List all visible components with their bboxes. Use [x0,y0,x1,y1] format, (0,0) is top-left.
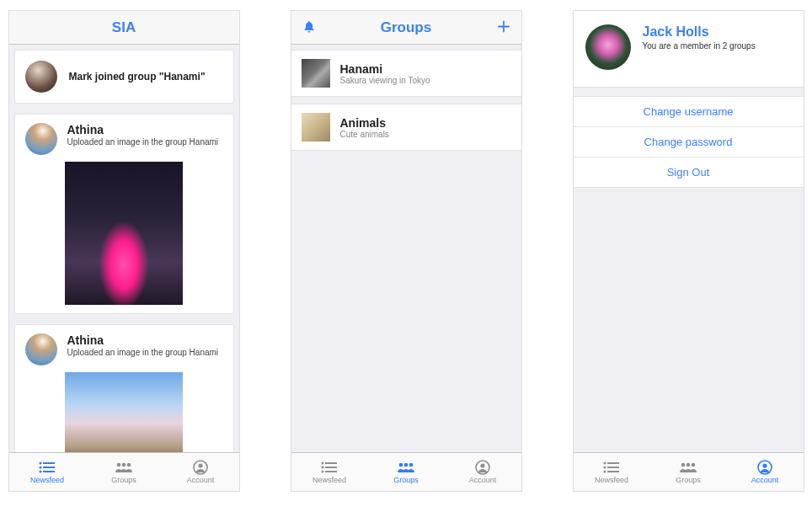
svg-point-15 [322,471,324,473]
account-subtitle: You are a member in 2 groups [643,41,756,51]
svg-point-0 [40,462,42,465]
post-image[interactable] [65,162,183,305]
avatar [25,333,57,365]
svg-point-2 [40,467,42,469]
list-icon [38,460,56,475]
action-label: Change password [644,136,733,148]
people-icon [397,460,415,475]
post-author: Athina [67,333,219,347]
account-icon [473,460,492,475]
group-name: Animals [340,116,389,130]
join-notification-card[interactable]: Mark joined group "Hanami" [14,50,234,104]
header: Groups [291,11,521,45]
groups-title: Groups [381,19,431,36]
post-desc: Uploaded an image in the group Hanami [67,348,219,357]
svg-rect-12 [325,462,337,464]
join-text: Mark joined group "Hanami" [69,71,206,83]
svg-rect-16 [325,471,337,472]
people-icon [115,460,133,475]
newsfeed-content: Mark joined group "Hanami" Athina Upload… [9,45,239,452]
svg-point-17 [399,463,403,467]
svg-point-22 [604,462,606,465]
tab-newsfeed[interactable]: Newsfeed [574,453,650,491]
list-icon [602,460,621,475]
post-author: Athina [67,123,219,136]
bell-icon[interactable] [296,19,322,35]
svg-rect-23 [607,462,619,464]
svg-point-26 [604,471,606,473]
account-name: Jack Holls [643,24,756,40]
svg-point-7 [122,463,126,467]
tab-groups[interactable]: Groups [86,453,163,491]
account-content: Jack Holls You are a member in 2 groups … [574,11,804,452]
tab-label: Newsfeed [595,476,628,484]
group-thumbnail [302,113,330,141]
svg-rect-1 [43,462,55,464]
avatar [25,123,57,155]
svg-rect-27 [607,471,619,472]
avatar [25,61,57,93]
account-header: Jack Holls You are a member in 2 groups [574,11,804,88]
sign-out-button[interactable]: Sign Out [574,157,804,188]
list-icon [320,460,339,475]
svg-point-19 [409,463,414,467]
group-row[interactable]: Animals Cute animals [291,104,521,151]
tab-label: Newsfeed [313,476,346,484]
svg-rect-14 [325,467,337,468]
tab-label: Account [751,476,779,484]
post-image[interactable] [65,372,183,452]
svg-point-28 [681,463,686,467]
svg-rect-5 [43,471,55,472]
svg-rect-25 [607,467,619,468]
tab-label: Groups [111,476,136,484]
svg-point-30 [692,463,696,467]
svg-point-24 [604,467,606,469]
tab-label: Account [187,476,215,484]
tab-groups[interactable]: Groups [650,453,727,491]
tab-label: Groups [676,476,701,484]
plus-icon[interactable] [491,19,516,35]
tab-label: Newsfeed [30,476,64,484]
avatar [585,24,631,70]
post-desc: Uploaded an image in the group Hanami [67,137,219,147]
tab-account[interactable]: Account [445,453,521,491]
group-row[interactable]: Hanami Sakura viewing in Tokyo [291,50,521,97]
header: SIA [9,11,239,45]
tab-account[interactable]: Account [727,453,804,491]
group-desc: Sakura viewing in Tokyo [340,76,430,85]
people-icon [679,460,697,475]
screen-account: Jack Holls You are a member in 2 groups … [573,10,804,492]
groups-content: Hanami Sakura viewing in Tokyo Animals C… [291,45,521,452]
svg-point-21 [480,463,484,467]
app-title: SIA [112,19,136,36]
svg-point-29 [686,463,691,467]
svg-point-32 [762,463,767,467]
svg-rect-3 [43,467,55,468]
change-username-button[interactable]: Change username [574,96,804,127]
screen-groups: Groups Hanami Sakura viewing in Tokyo An… [291,10,522,492]
tabbar: Newsfeed Groups Account [291,452,521,491]
account-icon [756,460,774,475]
tab-newsfeed[interactable]: Newsfeed [9,453,86,491]
screen-newsfeed: SIA Mark joined group "Hanami" Athina Up… [8,10,240,492]
tab-account[interactable]: Account [163,453,239,491]
group-desc: Cute animals [340,130,389,139]
svg-point-10 [198,463,202,467]
feed-post[interactable]: Athina Uploaded an image in the group Ha… [14,114,234,314]
group-thumbnail [302,59,330,88]
change-password-button[interactable]: Change password [574,127,804,157]
account-icon [191,460,210,475]
svg-point-18 [404,463,409,467]
action-label: Sign Out [667,166,710,179]
group-name: Hanami [340,62,430,76]
svg-point-6 [117,463,121,467]
action-label: Change username [644,105,734,118]
feed-post[interactable]: Athina Uploaded an image in the group Ha… [14,324,234,452]
tab-newsfeed[interactable]: Newsfeed [291,453,368,491]
svg-point-4 [40,471,42,473]
svg-point-13 [322,467,324,469]
tabbar: Newsfeed Groups Account [9,452,239,491]
tabbar: Newsfeed Groups Account [574,452,804,491]
svg-point-11 [322,462,324,465]
tab-groups[interactable]: Groups [368,453,445,491]
